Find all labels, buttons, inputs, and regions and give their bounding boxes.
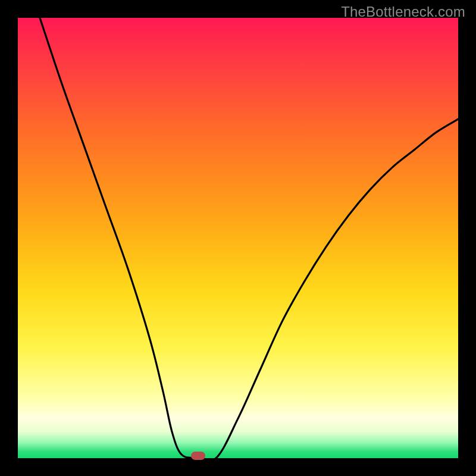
plot-area [18, 18, 458, 458]
optimal-point-marker [191, 452, 205, 460]
chart-frame: TheBottleneck.com [0, 0, 476, 476]
bottleneck-curve [18, 18, 458, 458]
